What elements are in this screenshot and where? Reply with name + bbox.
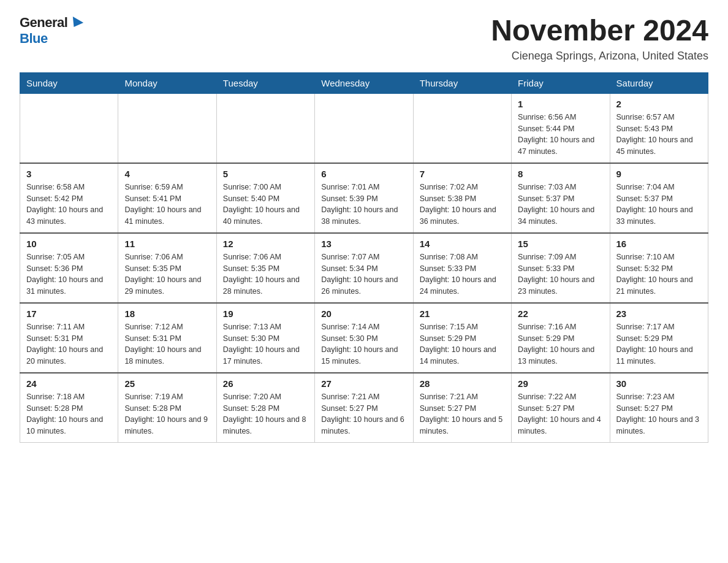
day-info: Sunrise: 6:57 AMSunset: 5:43 PMDaylight:…	[616, 112, 702, 158]
calendar-day-cell: 28Sunrise: 7:21 AMSunset: 5:27 PMDayligh…	[413, 373, 511, 443]
calendar-day-cell: 5Sunrise: 7:00 AMSunset: 5:40 PMDaylight…	[216, 163, 314, 233]
logo-triangle-icon	[69, 17, 83, 30]
day-number: 9	[616, 169, 702, 179]
calendar-week-row: 17Sunrise: 7:11 AMSunset: 5:31 PMDayligh…	[20, 303, 708, 373]
weekday-header-cell: Friday	[512, 72, 610, 93]
calendar-week-row: 24Sunrise: 7:18 AMSunset: 5:28 PMDayligh…	[20, 373, 708, 443]
day-number: 28	[420, 378, 505, 389]
calendar-day-cell: 11Sunrise: 7:06 AMSunset: 5:35 PMDayligh…	[118, 233, 216, 303]
weekday-header-cell: Monday	[118, 72, 216, 93]
calendar-day-cell	[216, 93, 314, 163]
day-number: 17	[26, 308, 112, 319]
day-number: 10	[26, 239, 112, 249]
day-info: Sunrise: 7:06 AMSunset: 5:35 PMDaylight:…	[124, 251, 210, 297]
calendar-day-cell: 7Sunrise: 7:02 AMSunset: 5:38 PMDaylight…	[413, 163, 511, 233]
day-info: Sunrise: 7:21 AMSunset: 5:27 PMDaylight:…	[420, 391, 505, 437]
day-info: Sunrise: 7:12 AMSunset: 5:31 PMDaylight:…	[124, 321, 210, 367]
calendar-day-cell: 6Sunrise: 7:01 AMSunset: 5:39 PMDaylight…	[315, 163, 413, 233]
day-number: 14	[420, 239, 505, 249]
day-info: Sunrise: 7:23 AMSunset: 5:27 PMDaylight:…	[616, 391, 702, 437]
day-number: 7	[420, 169, 505, 179]
day-info: Sunrise: 7:18 AMSunset: 5:28 PMDaylight:…	[26, 391, 112, 437]
weekday-header-cell: Saturday	[610, 72, 708, 93]
day-info: Sunrise: 7:10 AMSunset: 5:32 PMDaylight:…	[616, 251, 702, 297]
calendar-week-row: 1Sunrise: 6:56 AMSunset: 5:44 PMDaylight…	[20, 93, 708, 163]
day-number: 27	[321, 378, 406, 389]
calendar-table: SundayMondayTuesdayWednesdayThursdayFrid…	[20, 72, 708, 443]
calendar-day-cell: 9Sunrise: 7:04 AMSunset: 5:37 PMDaylight…	[610, 163, 708, 233]
calendar-day-cell: 21Sunrise: 7:15 AMSunset: 5:29 PMDayligh…	[413, 303, 511, 373]
weekday-header-cell: Wednesday	[315, 72, 413, 93]
calendar-day-cell: 3Sunrise: 6:58 AMSunset: 5:42 PMDaylight…	[20, 163, 118, 233]
day-number: 1	[518, 99, 603, 109]
calendar-day-cell: 12Sunrise: 7:06 AMSunset: 5:35 PMDayligh…	[216, 233, 314, 303]
day-number: 29	[518, 378, 603, 389]
day-info: Sunrise: 7:13 AMSunset: 5:30 PMDaylight:…	[223, 321, 308, 367]
calendar-day-cell	[20, 93, 118, 163]
day-info: Sunrise: 7:11 AMSunset: 5:31 PMDaylight:…	[26, 321, 112, 367]
weekday-header-cell: Sunday	[20, 72, 118, 93]
calendar-day-cell	[413, 93, 511, 163]
calendar-day-cell: 10Sunrise: 7:05 AMSunset: 5:36 PMDayligh…	[20, 233, 118, 303]
day-number: 18	[124, 308, 210, 319]
calendar-day-cell	[118, 93, 216, 163]
day-number: 12	[223, 239, 308, 249]
day-info: Sunrise: 7:03 AMSunset: 5:37 PMDaylight:…	[518, 182, 603, 228]
day-number: 4	[124, 169, 210, 179]
day-number: 16	[616, 239, 702, 249]
calendar-day-cell: 25Sunrise: 7:19 AMSunset: 5:28 PMDayligh…	[118, 373, 216, 443]
day-info: Sunrise: 7:07 AMSunset: 5:34 PMDaylight:…	[321, 251, 406, 297]
day-number: 11	[124, 239, 210, 249]
weekday-header-cell: Thursday	[413, 72, 511, 93]
day-info: Sunrise: 7:20 AMSunset: 5:28 PMDaylight:…	[223, 391, 308, 437]
day-number: 24	[26, 378, 112, 389]
calendar-day-cell: 1Sunrise: 6:56 AMSunset: 5:44 PMDaylight…	[512, 93, 610, 163]
calendar-day-cell: 18Sunrise: 7:12 AMSunset: 5:31 PMDayligh…	[118, 303, 216, 373]
day-number: 3	[26, 169, 112, 179]
calendar-day-cell: 14Sunrise: 7:08 AMSunset: 5:33 PMDayligh…	[413, 233, 511, 303]
day-number: 26	[223, 378, 308, 389]
day-info: Sunrise: 7:06 AMSunset: 5:35 PMDaylight:…	[223, 251, 308, 297]
day-info: Sunrise: 6:59 AMSunset: 5:41 PMDaylight:…	[124, 182, 210, 228]
day-info: Sunrise: 7:19 AMSunset: 5:28 PMDaylight:…	[124, 391, 210, 437]
day-number: 25	[124, 378, 210, 389]
day-info: Sunrise: 6:58 AMSunset: 5:42 PMDaylight:…	[26, 182, 112, 228]
day-info: Sunrise: 7:00 AMSunset: 5:40 PMDaylight:…	[223, 182, 308, 228]
day-info: Sunrise: 7:17 AMSunset: 5:29 PMDaylight:…	[616, 321, 702, 367]
logo: General Blue	[20, 15, 82, 47]
day-info: Sunrise: 7:01 AMSunset: 5:39 PMDaylight:…	[321, 182, 406, 228]
calendar-day-cell: 13Sunrise: 7:07 AMSunset: 5:34 PMDayligh…	[315, 233, 413, 303]
page-header: General Blue November 2024 Cienega Sprin…	[20, 15, 708, 63]
day-number: 15	[518, 239, 603, 249]
month-title: November 2024	[491, 15, 708, 47]
day-number: 2	[616, 99, 702, 109]
calendar-body: 1Sunrise: 6:56 AMSunset: 5:44 PMDaylight…	[20, 93, 708, 442]
day-number: 13	[321, 239, 406, 249]
day-info: Sunrise: 7:05 AMSunset: 5:36 PMDaylight:…	[26, 251, 112, 297]
calendar-day-cell: 2Sunrise: 6:57 AMSunset: 5:43 PMDaylight…	[610, 93, 708, 163]
day-number: 6	[321, 169, 406, 179]
calendar-day-cell: 17Sunrise: 7:11 AMSunset: 5:31 PMDayligh…	[20, 303, 118, 373]
calendar-day-cell: 24Sunrise: 7:18 AMSunset: 5:28 PMDayligh…	[20, 373, 118, 443]
weekday-header-row: SundayMondayTuesdayWednesdayThursdayFrid…	[20, 72, 708, 93]
day-number: 30	[616, 378, 702, 389]
day-number: 5	[223, 169, 308, 179]
calendar-week-row: 3Sunrise: 6:58 AMSunset: 5:42 PMDaylight…	[20, 163, 708, 233]
calendar-day-cell: 15Sunrise: 7:09 AMSunset: 5:33 PMDayligh…	[512, 233, 610, 303]
logo-general-text: General	[20, 15, 67, 30]
day-number: 8	[518, 169, 603, 179]
day-info: Sunrise: 6:56 AMSunset: 5:44 PMDaylight:…	[518, 112, 603, 158]
day-info: Sunrise: 7:16 AMSunset: 5:29 PMDaylight:…	[518, 321, 603, 367]
calendar-day-cell: 19Sunrise: 7:13 AMSunset: 5:30 PMDayligh…	[216, 303, 314, 373]
title-area: November 2024 Cienega Springs, Arizona, …	[491, 15, 708, 63]
day-info: Sunrise: 7:14 AMSunset: 5:30 PMDaylight:…	[321, 321, 406, 367]
calendar-day-cell: 29Sunrise: 7:22 AMSunset: 5:27 PMDayligh…	[512, 373, 610, 443]
day-number: 21	[420, 308, 505, 319]
logo-blue-text: Blue	[20, 31, 48, 46]
day-info: Sunrise: 7:08 AMSunset: 5:33 PMDaylight:…	[420, 251, 505, 297]
calendar-day-cell: 30Sunrise: 7:23 AMSunset: 5:27 PMDayligh…	[610, 373, 708, 443]
day-info: Sunrise: 7:15 AMSunset: 5:29 PMDaylight:…	[420, 321, 505, 367]
calendar-day-cell	[315, 93, 413, 163]
day-number: 23	[616, 308, 702, 319]
day-info: Sunrise: 7:21 AMSunset: 5:27 PMDaylight:…	[321, 391, 406, 437]
